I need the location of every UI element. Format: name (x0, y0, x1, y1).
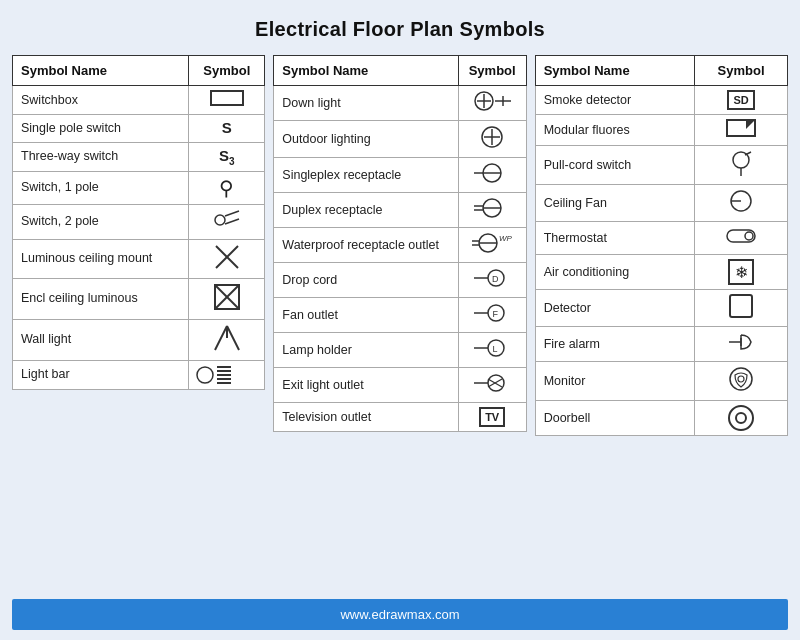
row-symbol (189, 86, 265, 115)
svg-line-8 (215, 326, 227, 350)
table1-header-name: Symbol Name (13, 56, 189, 86)
svg-line-1 (225, 211, 239, 216)
footer-text: www.edrawmax.com (340, 607, 459, 622)
row-symbol (458, 121, 526, 158)
row-symbol: F (458, 298, 526, 333)
table-1: Symbol Name Symbol Switchbox Single pole… (12, 55, 265, 390)
row-name: Fire alarm (535, 327, 695, 362)
row-symbol (695, 115, 788, 146)
table-row: Lamp holder L (274, 333, 526, 368)
row-name: Waterproof receptacle outlet (274, 228, 458, 263)
table1-header-symbol: Symbol (189, 56, 265, 86)
row-symbol: WP (458, 228, 526, 263)
row-symbol (695, 146, 788, 185)
row-symbol (189, 204, 265, 239)
row-name: Luminous ceiling mount (13, 239, 189, 278)
table-row: Television outlet TV (274, 403, 526, 432)
row-symbol: S3 (189, 142, 265, 171)
row-symbol (189, 278, 265, 319)
row-symbol (695, 327, 788, 362)
row-name: Air conditioning (535, 255, 695, 290)
table2-header-symbol: Symbol (458, 56, 526, 86)
footer-bar: www.edrawmax.com (12, 599, 788, 630)
row-symbol (695, 290, 788, 327)
row-name: Wall light (13, 319, 189, 360)
row-symbol (458, 158, 526, 193)
table-row: Switch, 2 pole (13, 204, 265, 239)
svg-text:F: F (493, 309, 499, 319)
table-row: Duplex receptacle (274, 193, 526, 228)
row-name: Switch, 2 pole (13, 204, 189, 239)
row-name: Modular fluores (535, 115, 695, 146)
table-2: Symbol Name Symbol Down light Out (273, 55, 526, 432)
row-name: Single pole switch (13, 115, 189, 143)
table-row: Wall light (13, 319, 265, 360)
row-name: Switch, 1 pole (13, 171, 189, 204)
table3-header-symbol: Symbol (695, 56, 788, 86)
table-row: Modular fluores (535, 115, 787, 146)
table-row: Switchbox (13, 86, 265, 115)
table-row: Light bar (13, 360, 265, 389)
row-symbol: D (458, 263, 526, 298)
row-symbol (458, 86, 526, 121)
table-row: Switch, 1 pole ⚲ (13, 171, 265, 204)
row-symbol: TV (458, 403, 526, 432)
table-row: Detector (535, 290, 787, 327)
svg-text:L: L (493, 344, 498, 354)
row-symbol: ❄ (695, 255, 788, 290)
table-row: Exit light outlet (274, 368, 526, 403)
row-name: Singleplex receptacle (274, 158, 458, 193)
table-row: Fan outlet F (274, 298, 526, 333)
row-name: Outdoor lighting (274, 121, 458, 158)
table-row: Singleplex receptacle (274, 158, 526, 193)
row-name: Down light (274, 86, 458, 121)
table-row: Single pole switch S (13, 115, 265, 143)
row-symbol (189, 360, 265, 389)
row-name: Light bar (13, 360, 189, 389)
svg-text:D: D (492, 274, 499, 284)
table2-header-name: Symbol Name (274, 56, 458, 86)
table-row: Smoke detector SD (535, 86, 787, 115)
row-symbol: ⚲ (189, 171, 265, 204)
svg-point-51 (745, 232, 753, 240)
table-row: Encl ceiling luminous (13, 278, 265, 319)
row-name: Ceiling Fan (535, 185, 695, 222)
row-name: Fan outlet (274, 298, 458, 333)
svg-line-9 (227, 326, 239, 350)
row-name: Television outlet (274, 403, 458, 432)
row-symbol (695, 222, 788, 255)
row-name: Monitor (535, 362, 695, 401)
row-symbol: L (458, 333, 526, 368)
row-name: Exit light outlet (274, 368, 458, 403)
tables-container: Symbol Name Symbol Switchbox Single pole… (12, 55, 788, 589)
row-name: Smoke detector (535, 86, 695, 115)
row-symbol (695, 362, 788, 401)
row-name: Three-way switch (13, 142, 189, 171)
row-symbol (695, 401, 788, 436)
row-name: Thermostat (535, 222, 695, 255)
row-symbol (458, 193, 526, 228)
table-row: Down light (274, 86, 526, 121)
table3-header-name: Symbol Name (535, 56, 695, 86)
row-symbol (189, 319, 265, 360)
table-3: Symbol Name Symbol Smoke detector SD Mod… (535, 55, 788, 436)
table-row: Ceiling Fan (535, 185, 787, 222)
row-name: Doorbell (535, 401, 695, 436)
row-name: Drop cord (274, 263, 458, 298)
row-name: Switchbox (13, 86, 189, 115)
svg-point-11 (197, 367, 213, 383)
page-title: Electrical Floor Plan Symbols (255, 18, 545, 41)
table-row: Outdoor lighting (274, 121, 526, 158)
table-row: Luminous ceiling mount (13, 239, 265, 278)
table-row: Pull-cord switch (535, 146, 787, 185)
table-row: Doorbell (535, 401, 787, 436)
row-symbol: S (189, 115, 265, 143)
row-name: Lamp holder (274, 333, 458, 368)
row-name: Detector (535, 290, 695, 327)
row-symbol (458, 368, 526, 403)
row-symbol (189, 239, 265, 278)
svg-text:WP: WP (499, 234, 512, 243)
row-symbol: SD (695, 86, 788, 115)
table-row: Waterproof receptacle outlet WP (274, 228, 526, 263)
row-name: Duplex receptacle (274, 193, 458, 228)
